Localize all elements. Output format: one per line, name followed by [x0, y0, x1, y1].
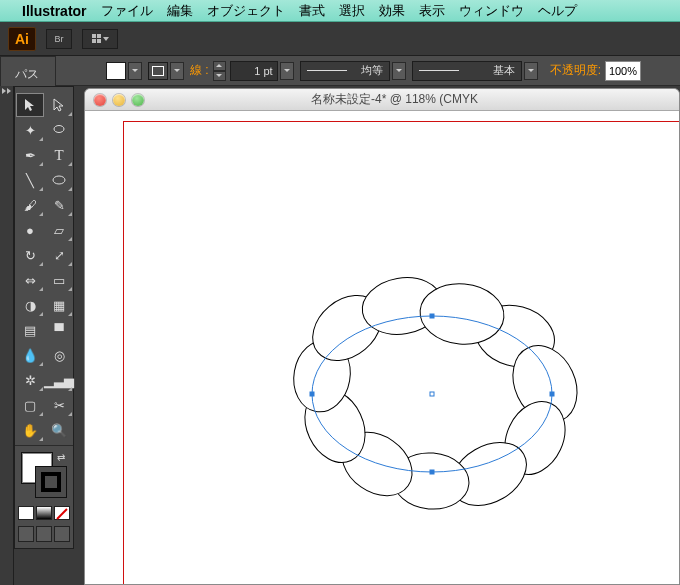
slice-tool[interactable]: ✂ — [45, 393, 73, 417]
stroke-swatch[interactable] — [148, 62, 168, 80]
stroke-weight-input[interactable]: 1 pt — [230, 61, 278, 81]
stroke-label: 線 : — [190, 62, 209, 79]
opacity-input[interactable]: 100% — [605, 61, 641, 81]
brush-tool[interactable]: 🖌 — [16, 193, 44, 217]
menu-file[interactable]: ファイル — [101, 2, 153, 20]
blob-brush-tool[interactable]: ● — [16, 218, 44, 242]
menu-view[interactable]: 表示 — [419, 2, 445, 20]
control-bar: パス 線 : 1 pt 均等 基本 不透明度: 100% — [0, 56, 680, 86]
mac-menu-bar: Illustrator ファイル 編集 オブジェクト 書式 選択 効果 表示 ウ… — [0, 0, 680, 22]
minimize-window-button[interactable] — [113, 94, 125, 106]
draw-inside[interactable] — [54, 526, 70, 542]
illustrator-logo: Ai — [8, 27, 36, 51]
control-tab-label: パス — [15, 66, 39, 83]
selection-tool[interactable] — [16, 93, 44, 117]
canvas[interactable] — [85, 111, 679, 584]
gradient-mode[interactable] — [36, 506, 52, 520]
line-icon — [307, 70, 347, 71]
menu-help[interactable]: ヘルプ — [538, 2, 577, 20]
anchor-bottom[interactable] — [430, 470, 435, 475]
color-mode-row — [15, 502, 73, 524]
artwork[interactable] — [277, 266, 587, 506]
control-tab[interactable]: パス — [0, 56, 56, 86]
brush-basic-label: 基本 — [493, 63, 515, 78]
stroke-color[interactable] — [35, 466, 67, 498]
tools-panel: ✦ ✒ T ╲ 🖌 ✎ ● ▱ ↻ ⤢ ⇔ ▭ ◑ ▦ ▤ ▀ 💧 ◎ ✲ ▁▃… — [14, 86, 74, 549]
bridge-button[interactable]: Br — [46, 29, 72, 49]
hand-tool[interactable]: ✋ — [16, 418, 44, 442]
graph-tool[interactable]: ▁▃▅ — [45, 368, 73, 392]
document-title: 名称未設定-4* @ 118% (CMYK — [144, 91, 679, 108]
color-mode[interactable] — [18, 506, 34, 520]
width-tool[interactable]: ⇔ — [16, 268, 44, 292]
menu-type[interactable]: 書式 — [299, 2, 325, 20]
symbol-sprayer-tool[interactable]: ✲ — [16, 368, 44, 392]
menu-object[interactable]: オブジェクト — [207, 2, 285, 20]
brush-definition[interactable]: 基本 — [412, 61, 522, 81]
profile-uniform-label: 均等 — [361, 63, 383, 78]
none-mode[interactable] — [54, 506, 70, 520]
perspective-tool[interactable]: ▦ — [45, 293, 73, 317]
line-icon — [419, 70, 459, 71]
eyedropper-tool[interactable]: 💧 — [16, 343, 44, 367]
document-window: 名称未設定-4* @ 118% (CMYK — [84, 88, 680, 585]
pen-tool[interactable]: ✒ — [16, 143, 44, 167]
shape-builder-tool[interactable]: ◑ — [16, 293, 44, 317]
blend-tool[interactable]: ◎ — [45, 343, 73, 367]
zoom-window-button[interactable] — [132, 94, 144, 106]
expand-icon — [2, 88, 12, 94]
stroke-dropdown[interactable] — [170, 62, 184, 80]
magic-wand-tool[interactable]: ✦ — [16, 118, 44, 142]
stroke-weight-stepper[interactable] — [213, 61, 226, 81]
anchor-top[interactable] — [430, 314, 435, 319]
scale-tool[interactable]: ⤢ — [45, 243, 73, 267]
document-titlebar[interactable]: 名称未設定-4* @ 118% (CMYK — [85, 89, 679, 111]
variable-width-profile[interactable]: 均等 — [300, 61, 390, 81]
draw-mode-row — [15, 524, 73, 548]
fill-stroke-control[interactable]: ⇄ — [21, 452, 73, 502]
arrange-documents-button[interactable] — [82, 29, 118, 49]
free-transform-tool[interactable]: ▭ — [45, 268, 73, 292]
close-window-button[interactable] — [94, 94, 106, 106]
ellipse-tool[interactable] — [45, 168, 73, 192]
menu-window[interactable]: ウィンドウ — [459, 2, 524, 20]
eraser-tool[interactable]: ▱ — [45, 218, 73, 242]
svg-point-0 — [54, 126, 64, 133]
grid-icon — [92, 34, 101, 43]
type-tool[interactable]: T — [45, 143, 73, 167]
draw-behind[interactable] — [36, 526, 52, 542]
anchor-center[interactable] — [430, 392, 435, 397]
direct-selection-tool[interactable] — [45, 93, 73, 117]
anchor-left[interactable] — [310, 392, 315, 397]
lasso-tool[interactable] — [45, 118, 73, 142]
fill-dropdown[interactable] — [128, 62, 142, 80]
profile-dropdown[interactable] — [392, 62, 406, 80]
draw-normal[interactable] — [18, 526, 34, 542]
menu-edit[interactable]: 編集 — [167, 2, 193, 20]
artboard-tool[interactable]: ▢ — [16, 393, 44, 417]
panel-collapse-strip[interactable] — [0, 86, 14, 585]
zoom-tool[interactable]: 🔍 — [45, 418, 73, 442]
stroke-weight-dropdown[interactable] — [280, 62, 294, 80]
chevron-down-icon — [103, 37, 109, 41]
menu-select[interactable]: 選択 — [339, 2, 365, 20]
rotate-tool[interactable]: ↻ — [16, 243, 44, 267]
anchor-right[interactable] — [550, 392, 555, 397]
fill-swatch[interactable] — [106, 62, 126, 80]
gradient-tool[interactable]: ▀ — [45, 318, 73, 342]
line-tool[interactable]: ╲ — [16, 168, 44, 192]
brush-dropdown[interactable] — [524, 62, 538, 80]
bridge-icon: Br — [55, 34, 64, 44]
svg-point-1 — [53, 176, 65, 184]
window-controls — [85, 94, 144, 106]
application-bar: Ai Br — [0, 22, 680, 56]
app-name[interactable]: Illustrator — [22, 3, 87, 19]
swap-fill-stroke-icon[interactable]: ⇄ — [57, 452, 65, 463]
mesh-tool[interactable]: ▤ — [16, 318, 44, 342]
menu-effect[interactable]: 効果 — [379, 2, 405, 20]
opacity-label: 不透明度: — [550, 62, 601, 79]
pencil-tool[interactable]: ✎ — [45, 193, 73, 217]
